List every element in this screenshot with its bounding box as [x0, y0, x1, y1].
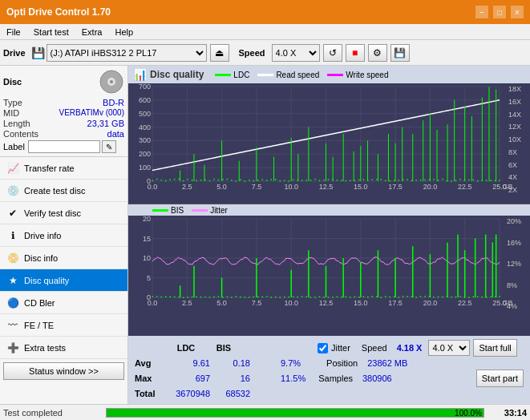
menu-extra[interactable]: Extra [79, 27, 106, 37]
legend-jitter: Jitter [192, 206, 228, 215]
extra-tests-icon: ➕ [6, 341, 19, 354]
maximize-button[interactable]: □ [493, 6, 506, 18]
samples-label: Samples [318, 374, 353, 383]
chart1-legend: LDC Read speed Write speed [215, 71, 388, 79]
title-bar: Opti Drive Control 1.70 − □ × [0, 0, 530, 24]
left-panel: Disc Type BD-R MID VERBATIMv (000) Leng [0, 66, 128, 404]
settings-button[interactable]: ⚙ [368, 44, 387, 62]
transfer-rate-icon: 📈 [6, 162, 19, 175]
toolbar: Drive 💾 (J:) ATAPI iHBS312 2 PL17 ⏏ Spee… [0, 40, 530, 66]
sidebar-item-create-test-disc[interactable]: 💿 Create test disc [0, 180, 127, 202]
right-panel: 📊 Disc quality LDC Read speed Write spee… [128, 66, 530, 404]
stats-header-row: LDC BIS Jitter Speed 4.18 X 4.0 X Start … [135, 339, 524, 357]
chart2-canvas [128, 216, 525, 312]
main-content: Disc Type BD-R MID VERBATIMv (000) Leng [0, 66, 530, 404]
status-window-button[interactable]: Status window >> [3, 362, 124, 380]
chart1-canvas [128, 83, 525, 196]
legend-write-speed-color [327, 74, 343, 76]
sidebar-item-transfer-rate[interactable]: 📈 Transfer rate [0, 157, 127, 180]
extra-tests-label: Extra tests [24, 343, 66, 353]
cd-bler-icon: 🔵 [6, 297, 19, 309]
stop-button[interactable]: ■ [346, 44, 365, 62]
drive-label: Drive [3, 48, 26, 58]
max-bis: 16 [216, 374, 250, 383]
time-display: 33:14 [491, 408, 527, 418]
jitter-header: Jitter [331, 343, 350, 353]
mid-label: MID [3, 108, 19, 118]
start-full-button[interactable]: Start full [473, 339, 516, 357]
create-test-disc-label: Create test disc [24, 186, 85, 196]
sidebar-item-cd-bler[interactable]: 🔵 CD Bler [0, 292, 127, 314]
legend-bis-color [152, 209, 168, 212]
sidebar-item-fe-te[interactable]: 〰 FE / TE [0, 314, 127, 337]
speed-label: Speed [239, 48, 265, 58]
fe-te-icon: 〰 [6, 319, 19, 332]
verify-test-disc-label: Verify test disc [24, 208, 81, 218]
nav-items: 📈 Transfer rate 💿 Create test disc ✔ Ver… [0, 157, 127, 359]
save-button[interactable]: 💾 [390, 44, 410, 62]
sidebar-item-extra-tests[interactable]: ➕ Extra tests [0, 337, 127, 359]
speed-current-value: 4.18 X [397, 343, 423, 353]
close-button[interactable]: × [511, 6, 524, 18]
mid-value: VERBATIMv (000) [59, 108, 125, 118]
jitter-checkbox[interactable] [318, 343, 328, 353]
stats-total-row: Total 3670948 68532 [135, 389, 524, 398]
samples-value: 380906 [362, 374, 392, 383]
progress-percent: 100.0% [455, 409, 482, 418]
chart-header-icon: 📊 [133, 68, 147, 81]
create-test-disc-icon: 💿 [6, 184, 19, 197]
avg-jitter: 9.7% [281, 358, 301, 368]
legend-jitter-color [192, 209, 208, 212]
drive-icon: 💾 [32, 46, 45, 59]
verify-test-disc-icon: ✔ [6, 207, 19, 220]
drive-info-icon: ℹ [6, 229, 19, 242]
sidebar-item-verify-test-disc[interactable]: ✔ Verify test disc [0, 202, 127, 224]
label-edit-button[interactable]: ✎ [102, 140, 116, 153]
disc-section: Disc Type BD-R MID VERBATIMv (000) Leng [0, 66, 127, 157]
sidebar-item-drive-info[interactable]: ℹ Drive info [0, 224, 127, 247]
legend-jitter-label: Jitter [210, 206, 228, 215]
position-value: 23862 MB [367, 358, 407, 368]
disc-quality-label: Disc quality [24, 276, 69, 285]
legend-ldc-color [215, 74, 231, 76]
drive-select[interactable]: (J:) ATAPI iHBS312 2 PL17 [47, 44, 207, 62]
menu-start-test[interactable]: Start test [30, 27, 72, 37]
disc-info-icon: 📀 [6, 252, 19, 265]
chart1-area: 18X 16X 14X 12X 10X 8X 6X 4X 2X [128, 83, 530, 204]
avg-ldc: 9.61 [172, 358, 210, 368]
sidebar-item-disc-quality[interactable]: ★ Disc quality [0, 269, 127, 292]
progress-fill [107, 409, 483, 417]
eject-button[interactable]: ⏏ [210, 44, 229, 62]
contents-value: data [107, 129, 124, 139]
start-part-button[interactable]: Start part [476, 370, 524, 387]
chart-title: Disc quality [150, 69, 204, 80]
type-value: BD-R [103, 98, 124, 107]
chart-header: 📊 Disc quality LDC Read speed Write spee… [128, 66, 530, 83]
contents-label: Contents [3, 129, 38, 139]
max-jitter: 11.5% [281, 374, 305, 383]
svg-point-2 [110, 80, 113, 83]
avg-label: Avg [135, 358, 165, 368]
refresh-button[interactable]: ↺ [323, 44, 342, 62]
speed-select[interactable]: 4.0 X [272, 44, 320, 62]
max-ldc: 697 [172, 374, 210, 383]
label-input[interactable] [28, 140, 100, 153]
label-field-label: Label [3, 142, 25, 151]
legend-read-speed: Read speed [257, 71, 319, 79]
legend-read-speed-label: Read speed [276, 71, 319, 79]
chart1-y-right: 18X 16X 14X 12X 10X 8X 6X 4X 2X [508, 83, 530, 196]
legend-bis: BIS [152, 206, 184, 215]
legend-write-speed-label: Write speed [346, 71, 388, 79]
legend-bis-label: BIS [171, 206, 184, 215]
legend-write-speed: Write speed [327, 71, 388, 79]
menu-help[interactable]: Help [111, 27, 136, 37]
total-ldc: 3670948 [172, 389, 210, 398]
minimize-button[interactable]: − [475, 6, 488, 18]
transfer-rate-label: Transfer rate [24, 164, 75, 173]
speed-stats-select[interactable]: 4.0 X [428, 340, 470, 356]
menu-file[interactable]: File [3, 27, 24, 37]
status-window-label: Status window >> [29, 366, 99, 376]
legend-ldc: LDC [215, 71, 249, 79]
fe-te-label: FE / TE [24, 321, 54, 330]
sidebar-item-disc-info[interactable]: 📀 Disc info [0, 247, 127, 269]
